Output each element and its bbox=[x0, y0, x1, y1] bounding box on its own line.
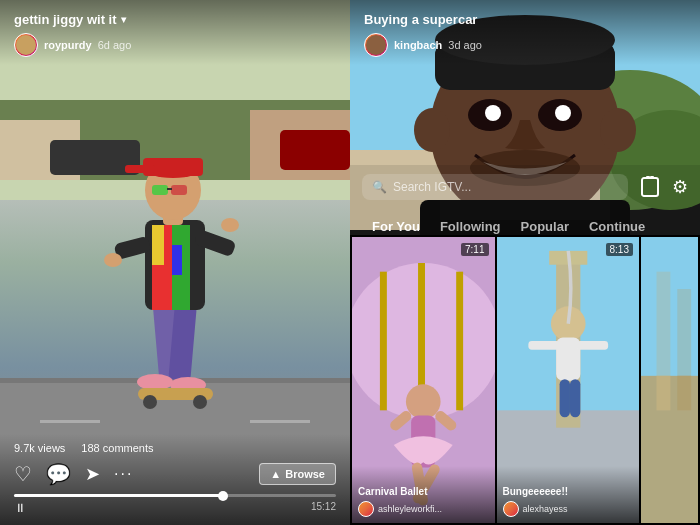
video-duration: 15:12 bbox=[311, 501, 336, 515]
svg-rect-55 bbox=[646, 176, 650, 179]
right-video-title: Buying a supercar bbox=[364, 12, 686, 27]
thumbnail-bungee[interactable]: 8:13 Bungeeeeee!! alexhayess bbox=[497, 237, 640, 523]
search-placeholder-text: Search IGTV... bbox=[393, 180, 471, 194]
thumbnails-grid: 7:11 Carnival Ballet ashleyleworkfi... bbox=[350, 235, 700, 525]
svg-rect-82 bbox=[641, 237, 698, 376]
svg-rect-9 bbox=[250, 420, 310, 423]
thumb-duration-2: 8:13 bbox=[606, 243, 633, 256]
views-stat: 9.7k views bbox=[14, 442, 65, 454]
thumb-user-row-1: ashleyleworkfi... bbox=[358, 501, 489, 517]
browse-label: Browse bbox=[285, 468, 325, 480]
left-user-row: roypurdy 6d ago bbox=[14, 33, 336, 57]
progress-fill bbox=[14, 494, 223, 497]
title-chevron-icon[interactable]: ▾ bbox=[121, 14, 126, 25]
time-row: ⏸ 15:12 bbox=[14, 501, 336, 515]
svg-point-22 bbox=[221, 218, 239, 232]
thumb-title-2: Bungeeeeee!! bbox=[503, 486, 634, 498]
svg-rect-77 bbox=[569, 379, 579, 417]
igtv-overlay: Buying a supercar kingbach 3d ago 🔍 Sear… bbox=[350, 0, 700, 525]
svg-rect-8 bbox=[40, 420, 100, 423]
right-username[interactable]: kingbach bbox=[394, 39, 442, 51]
left-avatar-image bbox=[16, 35, 36, 55]
left-video-title-row: gettin jiggy wit it ▾ bbox=[14, 12, 336, 27]
right-time-ago: 3d ago bbox=[448, 39, 482, 51]
left-top-overlay: gettin jiggy wit it ▾ roypurdy 6d ago bbox=[0, 0, 350, 65]
svg-rect-54 bbox=[642, 178, 658, 196]
search-row: 🔍 Search IGTV... ⚙ bbox=[350, 165, 700, 209]
svg-rect-75 bbox=[576, 341, 607, 350]
thumb-duration-1: 7:11 bbox=[461, 243, 488, 256]
comments-stat: 188 comments bbox=[81, 442, 153, 454]
svg-point-62 bbox=[406, 384, 441, 419]
right-user-row: kingbach 3d ago bbox=[364, 33, 686, 57]
right-video-panel: Buying a supercar kingbach 3d ago 🔍 Sear… bbox=[350, 0, 700, 525]
thumb-title-1: Carnival Ballet bbox=[358, 486, 489, 498]
svg-point-33 bbox=[193, 395, 207, 409]
svg-rect-59 bbox=[380, 272, 387, 411]
right-avatar[interactable] bbox=[364, 33, 388, 57]
svg-rect-76 bbox=[559, 379, 569, 417]
svg-rect-27 bbox=[125, 165, 155, 173]
thumb-user-row-2: alexhayess bbox=[503, 501, 634, 517]
svg-rect-73 bbox=[556, 338, 580, 381]
thumb-info-2: Bungeeeeee!! alexhayess bbox=[497, 466, 640, 523]
left-video-panel: gettin jiggy wit it ▾ roypurdy 6d ago 9.… bbox=[0, 0, 350, 525]
thumb-avatar-1 bbox=[358, 501, 374, 517]
igtv-cast-icon[interactable] bbox=[636, 173, 664, 201]
progress-handle[interactable] bbox=[218, 491, 228, 501]
comment-icon[interactable]: 💬 bbox=[46, 462, 71, 486]
svg-rect-28 bbox=[152, 185, 168, 195]
svg-point-12 bbox=[137, 374, 173, 390]
svg-rect-61 bbox=[456, 272, 463, 411]
browse-chevron-icon: ▲ bbox=[270, 468, 281, 480]
search-icon: 🔍 bbox=[372, 180, 387, 194]
actions-row: ♡ 💬 ➤ ··· ▲ Browse bbox=[14, 462, 336, 486]
svg-rect-74 bbox=[528, 341, 559, 350]
browse-button[interactable]: ▲ Browse bbox=[259, 463, 336, 485]
right-avatar-image bbox=[366, 35, 386, 55]
thumb-username-1: ashleyleworkfi... bbox=[378, 504, 442, 514]
left-bottom-overlay: 9.7k views 188 comments ♡ 💬 ➤ ··· ▲ Brow… bbox=[0, 434, 350, 525]
thumb-avatar-2 bbox=[503, 501, 519, 517]
pause-icon[interactable]: ⏸ bbox=[14, 501, 26, 515]
thumbnail-partial[interactable] bbox=[641, 237, 698, 523]
svg-point-21 bbox=[104, 253, 122, 267]
svg-rect-18 bbox=[172, 245, 182, 275]
right-top-overlay: Buying a supercar kingbach 3d ago bbox=[350, 0, 700, 65]
video-progress-bar[interactable] bbox=[14, 494, 336, 497]
settings-icon[interactable]: ⚙ bbox=[672, 176, 688, 198]
svg-rect-5 bbox=[280, 130, 350, 170]
left-action-icons: ♡ 💬 ➤ ··· bbox=[14, 462, 133, 486]
svg-rect-56 bbox=[650, 176, 654, 179]
stats-row: 9.7k views 188 comments bbox=[14, 442, 336, 454]
thumbnail-carnival-ballet[interactable]: 7:11 Carnival Ballet ashleyleworkfi... bbox=[352, 237, 495, 523]
more-options-icon[interactable]: ··· bbox=[114, 465, 133, 483]
left-video-title: gettin jiggy wit it bbox=[14, 12, 117, 27]
like-icon[interactable]: ♡ bbox=[14, 462, 32, 486]
svg-rect-29 bbox=[171, 185, 187, 195]
share-icon[interactable]: ➤ bbox=[85, 463, 100, 485]
left-time-ago: 6d ago bbox=[98, 39, 132, 51]
left-avatar[interactable] bbox=[14, 33, 38, 57]
left-username[interactable]: roypurdy bbox=[44, 39, 92, 51]
svg-rect-30 bbox=[167, 188, 172, 190]
thumb-username-2: alexhayess bbox=[523, 504, 568, 514]
thumb-info-1: Carnival Ballet ashleyleworkfi... bbox=[352, 466, 495, 523]
svg-point-32 bbox=[143, 395, 157, 409]
search-bar[interactable]: 🔍 Search IGTV... bbox=[362, 174, 628, 200]
svg-rect-17 bbox=[152, 225, 164, 265]
